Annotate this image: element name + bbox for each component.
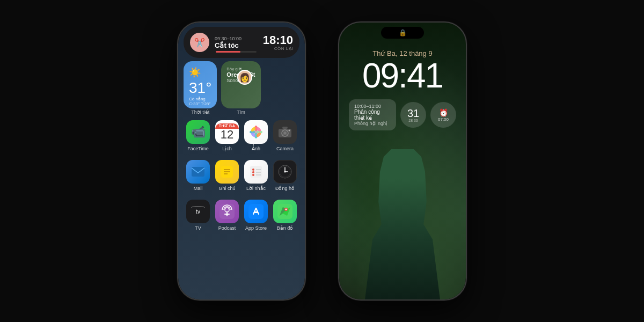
facetime-label: FaceTime (187, 146, 209, 151)
maps-avatar: 👩 (237, 70, 252, 85)
svg-point-25 (252, 174, 254, 176)
app-row-2: Mail Ghi chú (184, 160, 299, 191)
app-facetime[interactable]: 📹 FaceTime (185, 120, 211, 151)
maps-label: Bản đồ (277, 225, 294, 231)
photos-icon (244, 120, 268, 144)
svg-point-31 (284, 171, 286, 173)
app-grid: 📹 FaceTime THỨ BA 12 Lịch (184, 120, 299, 239)
app-appletv[interactable]: tv TV (185, 200, 211, 231)
camera-label: Camera (276, 146, 294, 151)
lock-calendar-widget[interactable]: 31 28 33 (400, 102, 426, 128)
maps-widget-container: 👩 Bây giờ Oregon St Sonoma Tìm (221, 61, 260, 115)
live-activity-left: 09:30–10:00 Cắt tóc (215, 36, 258, 49)
mail-icon (186, 160, 210, 184)
svg-point-23 (252, 171, 254, 173)
app-reminders[interactable]: Lời nhắc (243, 160, 269, 191)
map-content: 👩 Bây giờ Oregon St Sonoma (226, 67, 255, 83)
lock-calendar-day: 31 (407, 108, 419, 119)
lock-event-room: Phòng hội nghị (354, 121, 391, 126)
lock-event-time: 10:00–11:00 (354, 104, 391, 109)
live-activity-icon: ✂️ (190, 33, 209, 52)
weather-widget[interactable]: ☀️ 31° Có nắng C:33° T:28° (184, 61, 217, 108)
svg-point-12 (284, 132, 287, 135)
facetime-icon: 📹 (186, 120, 210, 144)
live-activity-progress-bar (216, 51, 257, 53)
maps-widget[interactable]: 👩 Bây giờ Oregon St Sonoma (221, 61, 260, 108)
app-clock[interactable]: Đồng hồ (272, 160, 298, 191)
clock-label: Đồng hồ (275, 186, 295, 191)
weather-label: Thời tiết (191, 109, 209, 115)
weather-temp: 31° (189, 79, 211, 97)
lock-widgets: 10:00–11:00 Phân công thiết kế Phòng hội… (347, 99, 458, 130)
lock-alarm-time: 07:00 (438, 117, 449, 122)
appstore-label: App Store (245, 225, 267, 231)
live-activity-notification[interactable]: ✂️ 09:30–10:00 Cắt tóc 18:10 CÒN LẠI (184, 27, 299, 58)
live-activity-schedule: 09:30–10:00 (215, 36, 258, 41)
svg-rect-13 (282, 127, 288, 129)
sun-icon: ☀️ (189, 67, 211, 78)
lockscreen-content: Thứ Ba, 12 tháng 9 09:41 10:00–11:00 Phâ… (339, 23, 466, 130)
appstore-icon: A (244, 200, 268, 223)
live-activity-progress-fill (216, 51, 240, 53)
phone-home-screen: ✂️ 09:30–10:00 Cắt tóc 18:10 CÒN LẠI ☀️ … (177, 21, 306, 301)
lock-event-widget[interactable]: 10:00–11:00 Phân công thiết kế Phòng hội… (349, 99, 396, 130)
app-photos[interactable]: Ảnh (243, 120, 269, 151)
app-appstore[interactable]: A App Store (243, 200, 269, 231)
app-row-1: 📹 FaceTime THỨ BA 12 Lịch (184, 120, 299, 151)
camera-icon (273, 120, 297, 144)
person-body (365, 149, 440, 299)
app-calendar[interactable]: THỨ BA 12 Lịch (214, 120, 240, 151)
alarm-icon: ⏰ (439, 108, 448, 117)
app-mail[interactable]: Mail (185, 160, 211, 191)
live-activity-title: Cắt tóc (215, 41, 258, 49)
reminders-label: Lời nhắc (246, 186, 266, 191)
lock-calendar-sub: 28 33 (408, 119, 418, 122)
svg-text:tv: tv (196, 209, 200, 215)
app-row-3: tv TV Podcast (184, 200, 299, 231)
maps-label: Tìm (237, 109, 245, 115)
calendar-icon: THỨ BA 12 (215, 120, 239, 144)
notes-label: Ghi chú (218, 186, 235, 191)
podcasts-label: Podcast (218, 225, 236, 231)
appletv-icon: tv (186, 200, 210, 223)
lock-time: 09:41 (347, 58, 458, 93)
reminders-icon (244, 160, 268, 184)
calendar-day: 12 (221, 129, 233, 141)
live-activity-label: CÒN LẠI (263, 46, 293, 51)
podcasts-icon (215, 200, 239, 223)
calendar-label: Lịch (222, 146, 232, 151)
live-activity-right: 18:10 CÒN LẠI (263, 34, 293, 51)
weather-minmax: C:33° T:28° (189, 101, 211, 106)
app-notes[interactable]: Ghi chú (214, 160, 240, 191)
phone-lock-screen: 🔒 Thứ Ba, 12 tháng 9 09:41 10:00–11:00 P… (338, 21, 467, 301)
svg-point-21 (252, 169, 254, 171)
lock-icon: 🔒 (399, 29, 407, 36)
maps-icon (273, 200, 297, 223)
clock-icon (273, 160, 297, 184)
svg-point-14 (289, 130, 290, 131)
notes-icon (215, 160, 239, 184)
app-camera[interactable]: Camera (272, 120, 298, 151)
app-maps[interactable]: Bản đồ (272, 200, 298, 231)
photos-label: Ảnh (252, 146, 260, 151)
appletv-label: TV (195, 225, 201, 231)
lock-screen-background: 🔒 Thứ Ba, 12 tháng 9 09:41 10:00–11:00 P… (339, 23, 466, 299)
weather-widget-container: ☀️ 31° Có nắng C:33° T:28° Thời tiết (184, 61, 217, 115)
person-silhouette (365, 149, 440, 299)
mail-label: Mail (194, 186, 203, 191)
widgets-row: ☀️ 31° Có nắng C:33° T:28° Thời tiết 👩 B… (184, 61, 299, 115)
app-podcasts[interactable]: Podcast (214, 200, 240, 231)
svg-point-43 (286, 209, 287, 210)
lock-event-title: Phân công thiết kế (354, 109, 391, 121)
weather-desc: Có nắng (189, 97, 211, 101)
svg-rect-20 (250, 166, 262, 178)
lock-alarm-widget[interactable]: ⏰ 07:00 (430, 102, 456, 128)
svg-rect-15 (192, 167, 204, 177)
live-activity-time: 18:10 (263, 34, 293, 46)
